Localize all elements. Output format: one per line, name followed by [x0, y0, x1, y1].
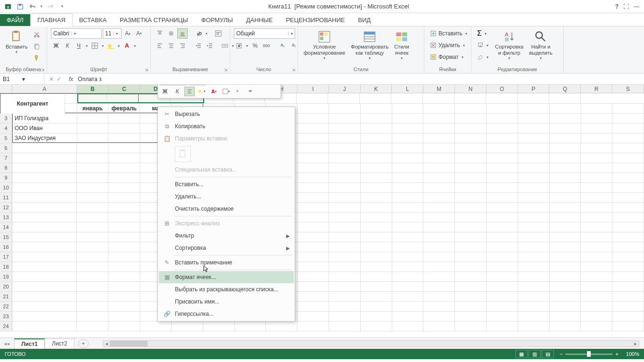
cell-J5[interactable]	[329, 133, 361, 143]
cell-B11[interactable]	[77, 193, 108, 202]
cell-I6[interactable]	[297, 143, 329, 153]
conditional-formatting-button[interactable]: Условное форматирование▾	[302, 28, 347, 62]
cell-I22[interactable]	[297, 302, 329, 311]
cell-N4[interactable]	[455, 123, 487, 133]
cell-L19[interactable]	[392, 272, 424, 281]
cell-K5[interactable]	[361, 133, 392, 143]
row-header-22[interactable]: 22	[0, 302, 12, 311]
cell-L14[interactable]	[392, 222, 424, 232]
cell-S21[interactable]	[612, 292, 644, 301]
cell-B6[interactable]	[77, 143, 108, 153]
cell-J19[interactable]	[329, 272, 361, 281]
cell-Q11[interactable]	[550, 193, 581, 202]
cell-M9[interactable]	[423, 173, 455, 182]
cell-R4[interactable]	[581, 123, 613, 133]
decrease-decimal-icon[interactable]: .0	[289, 41, 299, 51]
cell-C20[interactable]	[108, 282, 140, 291]
cell-Q18[interactable]	[550, 262, 581, 272]
cell-O8[interactable]	[487, 163, 518, 173]
ctx-clear[interactable]: Очистить содержимое	[159, 203, 294, 215]
cell-K21[interactable]	[361, 292, 392, 301]
cell-P3[interactable]	[518, 114, 550, 123]
view-page-layout-icon[interactable]: ▥	[528, 350, 541, 358]
cell-I3[interactable]	[297, 114, 329, 123]
ribbon-display-icon[interactable]: ⛶	[623, 3, 629, 10]
cell-N10[interactable]	[455, 183, 487, 192]
sheet-nav-last-icon[interactable]: ▸	[8, 340, 10, 347]
zoom-in-icon[interactable]: +	[615, 351, 618, 357]
cell-P2[interactable]	[518, 104, 550, 113]
cell-A5[interactable]: ЗАО Индустрия	[12, 133, 77, 143]
cell-I16[interactable]	[297, 242, 329, 252]
cell-S4[interactable]	[612, 123, 644, 133]
cell-L24[interactable]	[392, 321, 424, 331]
cell-Q13[interactable]	[550, 213, 581, 222]
cell-A15[interactable]	[12, 232, 77, 242]
cell-P23[interactable]	[518, 312, 550, 321]
cell-M10[interactable]	[423, 183, 455, 192]
cell-O4[interactable]	[487, 123, 518, 133]
row-header-7[interactable]: 7	[0, 153, 12, 163]
cell-C6[interactable]	[108, 143, 140, 153]
column-header-I[interactable]: I	[297, 85, 329, 93]
cell-N8[interactable]	[455, 163, 487, 173]
cell-C14[interactable]	[108, 222, 140, 232]
column-header-R[interactable]: R	[581, 85, 612, 93]
cell-N21[interactable]	[455, 292, 487, 301]
cell-O18[interactable]	[487, 262, 518, 272]
cell-L2[interactable]	[392, 104, 424, 113]
cell-B18[interactable]	[77, 262, 108, 272]
cell-R21[interactable]	[581, 292, 612, 301]
cell-P22[interactable]	[518, 302, 550, 311]
cell-S2[interactable]	[612, 104, 644, 113]
zoom-slider[interactable]	[565, 354, 612, 355]
minimize-icon[interactable]: —	[634, 3, 639, 10]
cell-P5[interactable]	[518, 133, 550, 143]
cell-J12[interactable]	[329, 203, 361, 212]
cell-A3[interactable]: ИП Голиздра	[12, 114, 77, 123]
cell-J23[interactable]	[329, 312, 361, 321]
ctx-dropdown-list[interactable]: Выбрать из раскрывающегося списка...	[159, 283, 294, 296]
cell-Q14[interactable]	[550, 222, 581, 232]
cell-J8[interactable]	[329, 163, 361, 173]
cell-Q22[interactable]	[550, 302, 581, 311]
increase-decimal-icon[interactable]: .0	[277, 41, 288, 51]
view-page-break-icon[interactable]: ▤	[542, 350, 554, 358]
cell-N23[interactable]	[455, 312, 487, 321]
cell-J11[interactable]	[329, 193, 361, 202]
cell-B8[interactable]	[77, 163, 108, 173]
cell-J4[interactable]	[329, 123, 361, 133]
cell-N5[interactable]	[455, 133, 487, 143]
cell-P14[interactable]	[518, 222, 550, 232]
cell-O11[interactable]	[487, 193, 518, 202]
ctx-copy[interactable]: ⧉Копировать	[159, 120, 294, 132]
find-select-button[interactable]: Найти и выделить▾	[527, 28, 554, 62]
cell-S9[interactable]	[612, 173, 644, 182]
cell-O10[interactable]	[487, 183, 518, 192]
cell-R18[interactable]	[581, 262, 612, 272]
cell-K3[interactable]	[361, 114, 392, 123]
cell-K19[interactable]	[361, 272, 392, 281]
cell-L3[interactable]	[392, 114, 424, 123]
cell-P7[interactable]	[518, 153, 550, 163]
cell-J13[interactable]	[329, 213, 361, 222]
row-header-13[interactable]: 13	[0, 213, 12, 222]
cell-S7[interactable]	[612, 153, 644, 163]
cell-L21[interactable]	[392, 292, 424, 301]
cell-L11[interactable]	[392, 193, 424, 202]
cell-C10[interactable]	[108, 183, 140, 192]
cell-L15[interactable]	[392, 232, 424, 242]
help-icon[interactable]: ?	[615, 3, 619, 10]
mini-size-combo[interactable]: 11▾	[189, 85, 205, 85]
cell-I4[interactable]	[297, 123, 329, 133]
cell-M11[interactable]	[423, 193, 455, 202]
cell-O22[interactable]	[487, 302, 518, 311]
cell-P13[interactable]	[518, 213, 550, 222]
mini-percent-icon[interactable]: %	[244, 85, 254, 85]
decrease-font-icon[interactable]: A▾	[134, 28, 144, 39]
cell-N11[interactable]	[455, 193, 487, 202]
align-top-icon[interactable]	[155, 28, 165, 39]
cell-L23[interactable]	[392, 312, 424, 321]
cell-P12[interactable]	[518, 203, 550, 212]
cell-M13[interactable]	[423, 213, 455, 222]
